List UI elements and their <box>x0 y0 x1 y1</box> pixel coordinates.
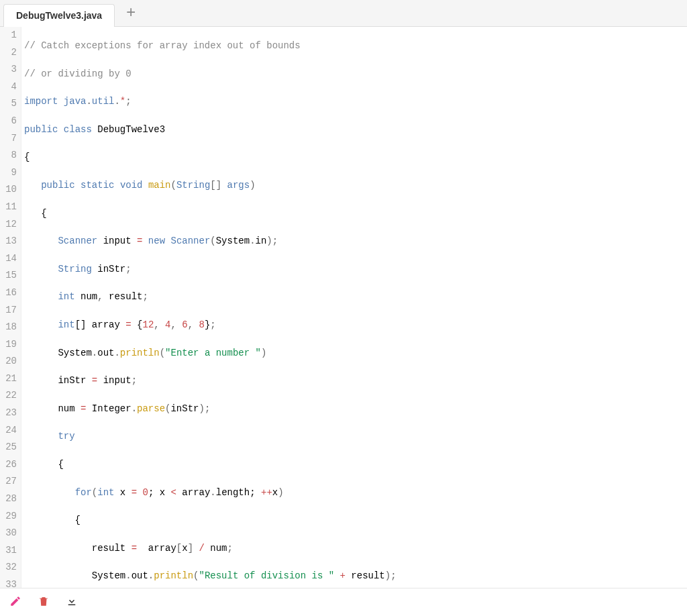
bottom-toolbar <box>0 588 687 616</box>
code-line: result = array[x] / num; <box>24 540 419 558</box>
line-number-gutter: 123 456 789 101112 131415 161718 192021 … <box>0 27 21 588</box>
code-line: for(int x = 0; x < array.length; ++x) <box>24 484 419 502</box>
code-line: num = Integer.parse(inStr); <box>24 401 419 418</box>
code-editor[interactable]: 123 456 789 101112 131415 161718 192021 … <box>0 27 687 588</box>
new-tab-button[interactable]: + <box>117 2 144 25</box>
edit-icon[interactable] <box>9 595 21 610</box>
code-line: { <box>24 205 419 223</box>
code-line: System.out.println("Result of division i… <box>24 568 419 585</box>
delete-icon[interactable] <box>38 595 50 610</box>
code-line: System.out.println("Enter a number ") <box>24 345 419 362</box>
code-line: public class DebugTwelve3 <box>24 121 419 139</box>
tab-active[interactable]: DebugTwelve3.java <box>3 4 115 27</box>
code-line: Scanner input = new Scanner(System.in); <box>24 233 419 250</box>
code-line: inStr = input; <box>24 372 419 390</box>
code-line: // Catch exceptions for array index out … <box>24 38 419 55</box>
code-content[interactable]: // Catch exceptions for array index out … <box>21 27 419 588</box>
code-line: { <box>24 512 419 529</box>
tab-bar: DebugTwelve3.java + <box>0 0 687 27</box>
tab-title: DebugTwelve3.java <box>16 10 102 21</box>
code-line: import java.util.*; <box>24 93 419 111</box>
code-line: { <box>24 456 419 474</box>
code-line: int num, result; <box>24 289 419 306</box>
download-icon[interactable] <box>66 595 78 610</box>
code-line: // or dividing by 0 <box>24 66 419 83</box>
code-line: public static void main(String[] args) <box>24 177 419 195</box>
code-line: try <box>24 428 419 446</box>
code-line: int[] array = {12, 4, 6, 8}; <box>24 317 419 334</box>
code-line: String inStr; <box>24 261 419 278</box>
code-line: { <box>24 149 419 166</box>
